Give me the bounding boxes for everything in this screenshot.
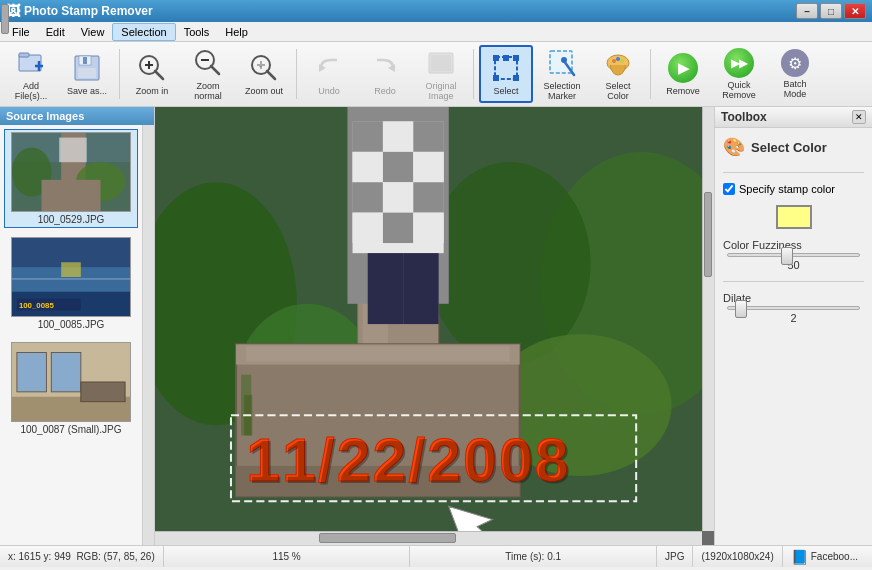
photo-canvas[interactable]: 11/22/2008 11/22/2008 bbox=[155, 107, 702, 531]
select-color-button[interactable]: Select Color bbox=[591, 45, 645, 103]
batch-mode-button[interactable]: ⚙ Batch Mode bbox=[768, 45, 822, 103]
svg-rect-74 bbox=[353, 182, 383, 212]
canvas-scroll-horizontal[interactable] bbox=[155, 531, 702, 545]
menu-help[interactable]: Help bbox=[217, 24, 256, 40]
svg-rect-27 bbox=[513, 55, 519, 61]
svg-line-13 bbox=[211, 66, 219, 74]
dilate-container: Dilate 2 bbox=[723, 292, 864, 324]
svg-rect-71 bbox=[353, 152, 383, 182]
remove-icon: ▶ bbox=[667, 52, 699, 84]
menu-edit[interactable]: Edit bbox=[38, 24, 73, 40]
fuzziness-label: Color Fuzziness bbox=[723, 239, 864, 251]
close-button[interactable]: ✕ bbox=[844, 3, 866, 19]
svg-rect-23 bbox=[431, 55, 451, 71]
canvas-area[interactable]: 11/22/2008 11/22/2008 bbox=[155, 107, 714, 545]
svg-rect-55 bbox=[51, 353, 81, 392]
svg-point-35 bbox=[620, 59, 624, 63]
status-rgb-text: RGB: (57, 85, 26) bbox=[76, 551, 154, 562]
select-icon bbox=[490, 52, 522, 84]
svg-rect-85 bbox=[246, 346, 509, 361]
select-button[interactable]: Select bbox=[479, 45, 533, 103]
quick-remove-label: Quick Remove bbox=[715, 80, 763, 100]
source-item-0[interactable]: 100_0529.JPG bbox=[4, 129, 138, 228]
source-list: 100_0529.JPG bbox=[0, 125, 142, 545]
svg-point-36 bbox=[616, 57, 620, 61]
canvas-scroll-v-thumb[interactable] bbox=[704, 192, 712, 277]
dilate-slider-thumb[interactable] bbox=[735, 300, 747, 318]
source-images-title: Source Images bbox=[6, 110, 84, 122]
zoom-out-button[interactable]: - Zoom out bbox=[237, 45, 291, 103]
color-preview-swatch[interactable] bbox=[776, 205, 812, 229]
toolbox-close-button[interactable]: ✕ bbox=[852, 110, 866, 124]
undo-button[interactable]: Undo bbox=[302, 45, 356, 103]
zoom-in-button[interactable]: Zoom in bbox=[125, 45, 179, 103]
save-as-button[interactable]: Save as... bbox=[60, 45, 114, 103]
zoom-out-icon: - bbox=[248, 52, 280, 84]
svg-rect-81 bbox=[403, 253, 438, 324]
dilate-slider-container bbox=[723, 306, 864, 310]
svg-rect-72 bbox=[383, 152, 413, 182]
menu-view[interactable]: View bbox=[73, 24, 113, 40]
redo-button[interactable]: Redo bbox=[358, 45, 412, 103]
toolbar-sep-1 bbox=[119, 49, 120, 99]
svg-rect-25 bbox=[493, 55, 499, 61]
zoom-normal-button[interactable]: Zoom normal bbox=[181, 45, 235, 103]
gear-icon: ⚙ bbox=[781, 49, 809, 77]
svg-rect-79 bbox=[413, 213, 443, 243]
canvas-scroll-h-thumb[interactable] bbox=[319, 533, 456, 543]
svg-rect-77 bbox=[353, 213, 383, 243]
svg-rect-75 bbox=[383, 182, 413, 212]
source-item-1[interactable]: 100_0085 100_0085.JPG bbox=[4, 234, 138, 333]
toolbox-header: Toolbox ✕ bbox=[715, 107, 872, 128]
minimize-button[interactable]: – bbox=[796, 3, 818, 19]
svg-rect-70 bbox=[413, 121, 443, 151]
source-images-panel: Source Images bbox=[0, 107, 155, 545]
toolbar: Add File(s)... Save as... Zoom in bbox=[0, 42, 872, 107]
remove-circle: ▶ bbox=[668, 53, 698, 83]
status-zoom: 115 % bbox=[164, 546, 411, 567]
menu-tools[interactable]: Tools bbox=[176, 24, 218, 40]
source-thumb-2 bbox=[11, 342, 131, 422]
selection-marker-button[interactable]: Selection Marker bbox=[535, 45, 589, 103]
source-item-2[interactable]: 100_0087 (Small).JPG bbox=[4, 339, 138, 438]
image-display: 11/22/2008 11/22/2008 bbox=[155, 107, 714, 531]
selection-marker-label: Selection Marker bbox=[538, 81, 586, 101]
zoom-in-icon bbox=[136, 52, 168, 84]
toolbox-divider-1 bbox=[723, 172, 864, 173]
original-image-icon bbox=[425, 47, 457, 79]
select-color-palette-icon: 🎨 bbox=[723, 136, 745, 158]
add-files-icon bbox=[15, 47, 47, 79]
status-coords: x: 1615 y: 949 RGB: (57, 85, 26) bbox=[6, 546, 164, 567]
svg-rect-68 bbox=[353, 121, 383, 151]
svg-point-32 bbox=[561, 57, 567, 63]
status-format-text: JPG bbox=[665, 551, 684, 562]
specify-color-checkbox[interactable] bbox=[723, 183, 735, 195]
menu-selection[interactable]: Selection bbox=[112, 23, 175, 41]
menu-file[interactable]: File bbox=[4, 24, 38, 40]
select-color-icon bbox=[602, 47, 634, 79]
status-dimensions-text: (1920x1080x24) bbox=[701, 551, 773, 562]
fuzziness-slider-track bbox=[727, 253, 860, 257]
fuzziness-slider-container bbox=[723, 253, 864, 257]
svg-rect-44 bbox=[42, 180, 101, 211]
fuzziness-value: 50 bbox=[723, 259, 864, 271]
maximize-button[interactable]: □ bbox=[820, 3, 842, 19]
remove-label: Remove bbox=[666, 86, 700, 96]
svg-rect-42 bbox=[59, 138, 87, 163]
title-bar: 🖼 Photo Stamp Remover – □ ✕ bbox=[0, 0, 872, 22]
source-scroll[interactable] bbox=[142, 125, 154, 545]
svg-rect-28 bbox=[493, 75, 499, 81]
quick-remove-button[interactable]: ▶▶ Quick Remove bbox=[712, 45, 766, 103]
svg-point-61 bbox=[429, 162, 591, 365]
zoom-normal-icon bbox=[192, 47, 224, 79]
batch-mode-icon: ⚙ bbox=[779, 49, 811, 77]
original-image-button[interactable]: Original Image bbox=[414, 45, 468, 103]
svg-rect-78 bbox=[383, 213, 413, 243]
toolbox-divider-2 bbox=[723, 281, 864, 282]
fuzziness-slider-thumb[interactable] bbox=[781, 247, 793, 265]
canvas-scroll-vertical[interactable] bbox=[702, 107, 714, 531]
remove-button[interactable]: ▶ Remove bbox=[656, 45, 710, 103]
svg-text:11/22/2008: 11/22/2008 bbox=[248, 428, 572, 496]
add-files-button[interactable]: Add File(s)... bbox=[4, 45, 58, 103]
quick-remove-circle: ▶▶ bbox=[724, 48, 754, 78]
